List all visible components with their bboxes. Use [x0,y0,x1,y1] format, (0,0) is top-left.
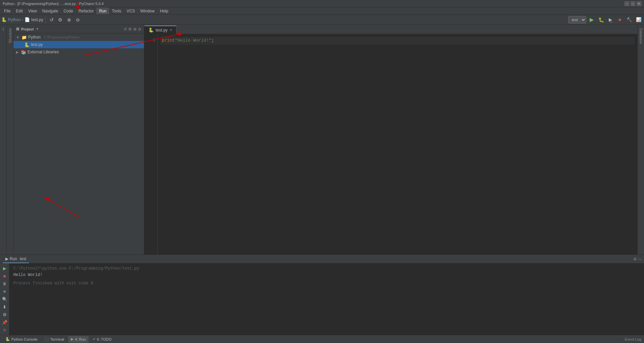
breadcrumb-root[interactable]: Python [8,17,20,22]
window-controls: ─ □ ✕ [625,1,641,6]
terminal-icon: ⬛ [44,337,49,341]
toolbar-separator-1 [45,16,46,23]
tree-item-python-root[interactable]: ▼ 📁 Python F:\Programming\Python [13,34,144,41]
event-log-label[interactable]: Event Log [625,337,641,341]
code-editor[interactable]: print"Hello World!"; [158,34,637,254]
breadcrumb-file[interactable]: test.py [31,17,43,22]
library-icon: 📚 [21,50,26,55]
breadcrumb: 🐍 Python › 📄 test.py [1,17,43,22]
expand-button[interactable]: ⊕ [65,16,73,24]
output-toggle-button[interactable]: ≡ [1,288,8,295]
code-line-1: print"Hello World!"; [160,37,635,45]
run-process-msg: Process finished with exit code 0 [13,280,640,287]
build-button[interactable]: 🔨 [625,16,633,24]
tab-label: test.py [156,28,167,33]
settings-run-button[interactable]: ⚙ [1,311,8,318]
line-numbers: 1 [144,34,158,254]
pause-button[interactable]: ⏸ [1,280,8,287]
minimize-button[interactable]: ─ [625,1,629,6]
expand-icon[interactable]: ▶ [16,50,19,54]
run-tab-status[interactable]: ▶ 4: Run [68,336,88,343]
project-panel-header: ⊞ Project ▼ ↺ ⚙ ⊕ ⊖ [13,25,144,34]
run-tab-config: test [20,256,26,261]
panel-sync-icon[interactable]: ↺ [123,27,127,32]
menu-run[interactable]: Run [96,7,109,14]
tree-item-label: test.py [31,42,43,47]
status-right: Event Log [625,337,641,341]
menu-refactor[interactable]: Refactor [76,7,96,14]
bottom-panel-settings: ⚙ ─ [633,257,641,262]
run-output-text: Hello World! [13,272,640,278]
menu-window[interactable]: Window [138,7,157,14]
run-config-select[interactable]: test [568,16,586,23]
panel-gear-icon[interactable]: ⚙ [128,27,132,32]
editor-tab-testpy[interactable]: 🐍 test.py ✕ [144,25,177,34]
stop-button[interactable]: ■ [616,16,624,24]
menu-bar: File Edit View Navigate Code Refactor Ru… [0,7,644,15]
tree-item-testpy[interactable]: 🐍 test.py [13,41,144,48]
run-command: C:\Python27\python.exe F:/Programming/Py… [13,266,640,272]
tree-item-external-libs[interactable]: ▶ 📚 External Libraries [13,48,144,56]
tab-close-button[interactable]: ✕ [169,28,172,32]
filter-button[interactable]: 🔍 [1,296,8,303]
menu-edit[interactable]: Edit [13,7,26,14]
close-run-button[interactable]: ✕ [1,327,8,334]
tree-item-label: Python [28,35,41,40]
editor-area: 🐍 test.py ✕ 1 print"Hello World!"; [144,25,637,254]
stop-run-button[interactable]: ■ [1,273,8,280]
menu-help[interactable]: Help [157,7,171,14]
sync-button[interactable]: ↺ [48,16,56,24]
pin-tab-button[interactable]: 📌 [1,319,8,326]
status-bottom-tabs: 🐍 Python Console ⬛ Terminal ▶ 4: Run ✓ 6… [3,336,114,343]
menu-navigate[interactable]: Navigate [40,7,61,14]
run-toolbar: ▶ ■ ⏸ ≡ 🔍 ⬇ ⚙ 📌 ✕ [0,264,9,335]
menu-code[interactable]: Code [61,7,76,14]
panel-header-icons: ↺ ⚙ ⊕ ⊖ [123,27,141,32]
menu-view[interactable]: View [26,7,40,14]
panel-expand-icon[interactable]: ⊕ [133,27,137,32]
menu-vcs[interactable]: VCS [124,7,138,14]
bottom-settings-icon[interactable]: ⚙ [633,257,637,262]
terminal-tab[interactable]: ⬛ Terminal [42,336,67,343]
todo-tab[interactable]: ✓ 6: TODO [90,336,114,343]
expand-icon[interactable]: ▼ [16,36,19,39]
project-panel: ⊞ Project ▼ ↺ ⚙ ⊕ ⊖ ▼ 📁 Python F:\Progra… [13,25,144,254]
scroll-end-button[interactable]: ⬇ [1,303,8,310]
rerun-button[interactable]: ▶ [1,265,8,272]
settings-button[interactable]: ⚙ [56,16,64,24]
debug-button[interactable]: 🐛 [597,16,605,24]
menu-tools[interactable]: Tools [109,7,124,14]
run-status-label: 4: Run [75,337,86,341]
semicolon: ; [211,38,214,43]
close-button[interactable]: ✕ [637,1,641,6]
status-bar: 🐍 Python Console ⬛ Terminal ▶ 4: Run ✓ 6… [0,335,644,343]
bottom-tab-run[interactable]: ▶ Run test [3,255,29,263]
panel-collapse-icon[interactable]: ⊖ [138,27,141,32]
python-file-icon: 🐍 [24,42,30,47]
run-tab-label: Run [10,256,17,261]
run-tab-icon: ▶ [5,256,8,261]
menu-file[interactable]: File [1,7,13,14]
project-icon[interactable]: 1 [0,26,6,32]
run-button[interactable]: ▶ [588,16,596,24]
structure-sidebar: Structure [7,25,13,254]
structure-tab[interactable]: Structure [7,25,13,47]
editor-tabs: 🐍 test.py ✕ [144,25,637,34]
database-sidebar: Database [637,25,644,254]
string-value: "Hello World!" [175,38,211,43]
bottom-minimize-icon[interactable]: ─ [638,257,641,262]
project-title-label: Project [21,27,34,31]
run-dashboard[interactable]: 📊 [635,16,643,24]
maximize-button[interactable]: □ [631,1,635,6]
run-output: C:\Python27\python.exe F:/Programming/Py… [9,264,644,335]
breadcrumb-separator: › [22,17,23,22]
terminal-label: Terminal [50,337,64,341]
window-title: Python - [F:\Programming\Python] - ...te… [3,2,104,6]
coverage-button[interactable]: ▶̲ [606,16,614,24]
python-console-tab[interactable]: 🐍 Python Console [3,336,40,343]
database-tab[interactable]: Database [638,25,644,47]
title-bar: Python - [F:\Programming\Python] - ...te… [0,0,644,7]
todo-icon: ✓ [93,337,96,341]
collapse-button[interactable]: ⊖ [74,16,82,24]
todo-label: 6: TODO [97,337,112,341]
